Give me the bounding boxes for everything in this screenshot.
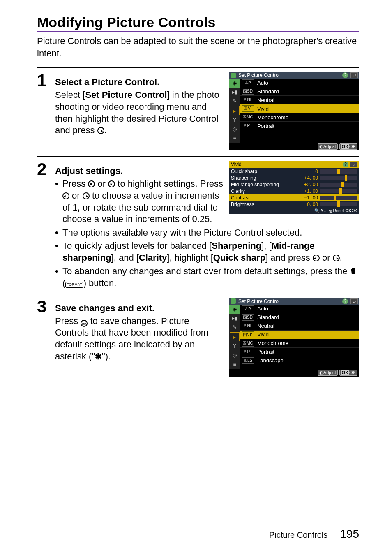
- tab-setup-icon: Y: [229, 342, 240, 351]
- screenshot-menu-1: Set Picture Control ? ⤶ ◉ ▸▮ ✎ ▸ Y ◎ ≡ 四…: [229, 72, 359, 150]
- tab-mymenu-icon: ≡: [229, 360, 240, 369]
- step-number-2: 2: [37, 161, 55, 178]
- step-3-heading: Save changes and exit.: [55, 303, 225, 314]
- dpad-right-icon: [333, 255, 340, 261]
- tab-mymenu-icon: ≡: [229, 134, 240, 143]
- asterisk-icon: ✱: [95, 352, 102, 361]
- ok-icon: OK: [81, 320, 88, 327]
- dpad-down-icon: [108, 180, 115, 187]
- tab-video-icon: ▸▮: [229, 88, 240, 97]
- menu-item: 四MCMonochrome: [240, 113, 359, 122]
- tab-pencil-icon: ✎: [229, 323, 240, 332]
- menu-item: 四MCMonochrome: [240, 339, 359, 348]
- ok-hint: OKOK: [339, 143, 357, 150]
- screenshot-menu-3: Set Picture Control ? ⤶ ◉ ▸▮ ✎ ▸ Y ◎ ≡ 四…: [229, 298, 359, 377]
- trash-icon: [350, 266, 356, 278]
- back-icon: ⤶: [350, 298, 358, 304]
- step-3-body: Press OK to save changes. Picture Contro…: [55, 315, 225, 362]
- ok-hint: OKOK: [346, 208, 357, 213]
- menu3-title: Set Picture Control: [238, 298, 280, 304]
- adjust-row: Clarity+1. 00: [229, 188, 359, 194]
- step-2-bullet-1: • Press or to highlight settings. Press …: [55, 178, 225, 225]
- menu-item: 四NLNeutral: [240, 96, 359, 104]
- menu-item: 四SDStandard: [240, 87, 359, 96]
- format-icon: FORMAT: [65, 282, 83, 288]
- step-2: Vivid ? ⤶ Quick sharp0Sharpening+4. 00Mi…: [37, 156, 359, 291]
- tab-camera-icon: ◉: [229, 305, 240, 314]
- back-icon: ⤶: [350, 162, 357, 167]
- step-3: Set Picture Control ? ⤶ ◉ ▸▮ ✎ ▸ Y ◎ ≡ 四…: [37, 294, 359, 380]
- menu-item: 四LSLandscape: [240, 356, 359, 365]
- menu-item: 四AAuto: [240, 305, 359, 313]
- step-1-body: Select [Set Picture Control] in the phot…: [55, 89, 225, 136]
- screenshot-adjust: Vivid ? ⤶ Quick sharp0Sharpening+4. 00Mi…: [229, 161, 359, 214]
- page-number: 195: [340, 528, 359, 541]
- dpad-up-icon: [88, 180, 95, 187]
- footer-section: Picture Controls: [269, 530, 327, 540]
- menu1-title: Set Picture Control: [238, 72, 280, 78]
- ok-hint: OKOK: [339, 370, 357, 376]
- dpad-left-icon: [62, 192, 69, 199]
- tab-video-icon: ▸▮: [229, 314, 240, 323]
- adjust-hint: ◐Adjust: [318, 370, 338, 376]
- step-2-bullet-2: • The options available vary with the Pi…: [55, 227, 359, 239]
- dpad-left-icon: [313, 255, 320, 261]
- step-number-1: 1: [37, 72, 55, 89]
- adjust-row: Brightness0. 00: [229, 201, 359, 208]
- menu-item: 四NLNeutral: [240, 322, 359, 331]
- menu-item: 四SDStandard: [240, 313, 359, 322]
- menu-item: 四PTPortrait: [240, 348, 359, 356]
- menu-item: 四AAuto: [240, 79, 359, 87]
- step-number-3: 3: [37, 298, 55, 315]
- step-1: Set Picture Control ? ⤶ ◉ ▸▮ ✎ ▸ Y ◎ ≡ 四…: [37, 67, 359, 154]
- step-1-heading: Select a Picture Control.: [55, 77, 225, 88]
- help-icon: ?: [342, 72, 348, 78]
- tab-pencil-icon: ✎: [229, 97, 240, 106]
- tab-retouch-icon: ◎: [229, 351, 240, 360]
- adjust-row: Sharpening+4. 00: [229, 175, 359, 181]
- tab-play-icon: ▸: [230, 106, 240, 115]
- adj-title: Vivid: [231, 162, 242, 167]
- dpad-right-icon: [97, 127, 104, 134]
- step-2-heading: Adjust settings.: [55, 166, 225, 176]
- reset-hint: 🗑Reset: [329, 208, 344, 213]
- menu-item: 四PTPortrait: [240, 122, 359, 130]
- menu-item: 四VI*Vivid: [240, 331, 359, 339]
- page-footer: Picture Controls 195: [269, 528, 359, 541]
- step-2-bullet-3: • To quickly adjust levels for balanced …: [55, 240, 359, 264]
- dpad-right-icon: [83, 192, 90, 199]
- tab-camera-icon: ◉: [229, 79, 240, 88]
- help-icon: ?: [343, 162, 348, 167]
- adjust-row: Mid-range sharpening+2. 00: [229, 181, 359, 188]
- help-icon: ?: [342, 298, 348, 304]
- intro-text: Picture Controls can be adapted to suit …: [37, 35, 359, 59]
- zoom-hint: 🔍:A↔: [314, 208, 327, 213]
- back-icon: ⤶: [350, 72, 358, 78]
- adjust-row: Contrast−1. 00: [229, 194, 359, 201]
- menu-item: 四VIVivid: [240, 104, 359, 113]
- tab-play-icon: ▸: [230, 332, 240, 341]
- tab-retouch-icon: ◎: [229, 125, 240, 134]
- adjust-hint: ◐Adjust: [318, 143, 338, 150]
- step-2-bullet-4: • To abandon any changes and start over …: [55, 266, 359, 289]
- page-title: Modifying Picture Controls: [37, 14, 359, 32]
- tab-setup-icon: Y: [229, 116, 240, 125]
- adjust-row: Quick sharp0: [229, 168, 359, 175]
